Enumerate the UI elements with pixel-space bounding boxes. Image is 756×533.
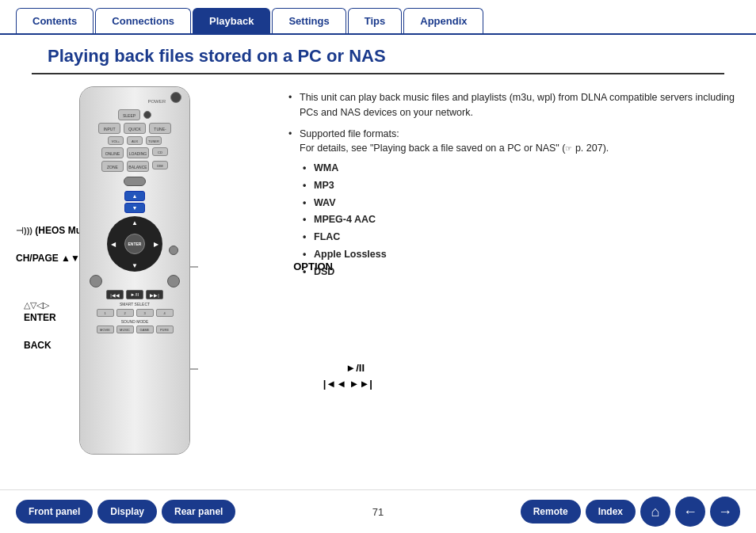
tuner-button[interactable]: TUNER bbox=[146, 136, 162, 145]
movie-button[interactable]: MOVIE bbox=[97, 326, 114, 333]
nav-up-button[interactable]: ▲ bbox=[130, 218, 139, 227]
online-button[interactable]: ONLINE bbox=[101, 147, 124, 158]
aux-button[interactable]: AUX bbox=[127, 136, 143, 145]
format-list: WMA MP3 WAV MPEG-4 AAC FLAC Apple Lossle… bbox=[300, 161, 740, 279]
skip-fwd-button[interactable]: ▶▶| bbox=[146, 290, 163, 299]
info-bullet-1: This unit can play back music files and … bbox=[285, 90, 740, 120]
nav-down-button[interactable]: ▼ bbox=[130, 261, 139, 270]
tab-contents[interactable]: Contents bbox=[16, 8, 94, 33]
play-pause-button[interactable]: ►/II bbox=[126, 290, 143, 299]
remote-body: POWER SLEEP INPUT QUICK TUNE- bbox=[79, 86, 190, 455]
info-bullet-2: Supported file formats: For details, see… bbox=[285, 127, 740, 280]
multi4-button[interactable]: 4 bbox=[156, 309, 174, 317]
tab-connections[interactable]: Connections bbox=[95, 8, 191, 33]
sound-btns-row: MOVIE MUSIC GAME PURE bbox=[85, 326, 185, 333]
format-mpeg4aac: MPEG-4 AAC bbox=[300, 212, 740, 227]
enter-arrows-label: △▽◁▷ bbox=[24, 300, 49, 310]
page-number: 71 bbox=[240, 506, 515, 518]
forward-nav-button[interactable]: → bbox=[710, 497, 740, 527]
cd-button[interactable]: CD bbox=[152, 147, 168, 156]
vol-up-button[interactable]: VOL+ bbox=[108, 136, 124, 145]
quick-button[interactable]: QUICK bbox=[124, 123, 146, 134]
display-button[interactable]: Display bbox=[97, 500, 157, 523]
btn-row-1: INPUT QUICK TUNE- bbox=[85, 123, 185, 134]
format-flac: FLAC bbox=[300, 230, 740, 245]
remote-top: POWER bbox=[80, 87, 189, 107]
remote-button[interactable]: Remote bbox=[521, 500, 581, 523]
input-button[interactable]: INPUT bbox=[98, 123, 120, 134]
bullet2-ref: p. 207). bbox=[572, 143, 609, 154]
format-wma: WMA bbox=[300, 161, 740, 176]
format-dsd: DSD bbox=[300, 265, 740, 280]
remote-wrap: ⊣))) (HEOS Music) CH/PAGE ▲▼ △▽◁▷ ENTER … bbox=[16, 86, 269, 459]
format-apple-lossless: Apple Lossless bbox=[300, 247, 740, 262]
chpage-up-button[interactable]: ▲ bbox=[124, 191, 145, 201]
tab-appendix[interactable]: Appendix bbox=[403, 8, 483, 33]
remote-section: ⊣))) (HEOS Music) CH/PAGE ▲▼ △▽◁▷ ENTER … bbox=[16, 86, 269, 459]
enter-label: ENTER bbox=[24, 312, 56, 323]
back-label: BACK bbox=[24, 340, 52, 351]
balance-button[interactable]: BALANCE bbox=[127, 161, 149, 172]
tab-tips[interactable]: Tips bbox=[348, 8, 403, 33]
pure-button[interactable]: PURE bbox=[156, 326, 174, 333]
mute-button[interactable] bbox=[143, 111, 151, 119]
bottom-navigation: Front panel Display Rear panel 71 Remote… bbox=[0, 489, 756, 533]
bullet2-intro: Supported file formats: bbox=[300, 128, 399, 139]
nav-left-button[interactable]: ◀ bbox=[109, 239, 118, 249]
music-button[interactable]: MUSIC bbox=[116, 326, 134, 333]
nav-right-button[interactable]: ▶ bbox=[151, 239, 161, 249]
nav-cross: ▲ ▼ ◀ ▶ ENTER bbox=[107, 216, 162, 272]
rear-panel-button[interactable]: Rear panel bbox=[162, 500, 235, 523]
back-setup-row bbox=[90, 275, 180, 287]
back-nav-button[interactable]: ← bbox=[675, 497, 705, 527]
power-button[interactable] bbox=[170, 92, 181, 103]
main-content: ⊣))) (HEOS Music) CH/PAGE ▲▼ △▽◁▷ ENTER … bbox=[0, 74, 756, 470]
remote-inner: POWER SLEEP INPUT QUICK TUNE- bbox=[80, 87, 189, 454]
game-button[interactable]: GAME bbox=[136, 326, 154, 333]
info-list: This unit can play back music files and … bbox=[285, 90, 740, 279]
bullet2-detail: For details, see "Playing back a file sa… bbox=[300, 143, 565, 154]
multi2-button[interactable]: 2 bbox=[116, 309, 134, 317]
zone-button[interactable]: ZONE bbox=[101, 161, 124, 172]
btn-row-3: ONLINE LOADING CD bbox=[85, 147, 185, 158]
chpage-label: CH/PAGE ▲▼ bbox=[16, 253, 80, 264]
option-button[interactable] bbox=[169, 246, 178, 255]
skip-label: |◄◄ ►►| bbox=[323, 378, 372, 390]
tab-playback[interactable]: Playback bbox=[193, 8, 270, 33]
setup-button[interactable] bbox=[167, 275, 180, 287]
chpage-down-button[interactable]: ▼ bbox=[124, 203, 145, 213]
enter-text: ENTER bbox=[128, 242, 142, 246]
home-button[interactable]: ⌂ bbox=[640, 497, 670, 527]
back-button[interactable] bbox=[90, 275, 102, 287]
index-button[interactable]: Index bbox=[586, 500, 636, 523]
enter-button[interactable]: ENTER bbox=[124, 234, 145, 254]
info-section: This unit can play back music files and … bbox=[285, 86, 740, 459]
format-wav: WAV bbox=[300, 196, 740, 211]
sleep-row: SLEEP bbox=[85, 109, 185, 120]
heos-button[interactable] bbox=[124, 177, 146, 186]
btn-row-2: VOL+ AUX TUNER bbox=[85, 136, 185, 145]
dim-button[interactable]: DIM bbox=[152, 161, 168, 169]
fav-button[interactable]: TUNE- bbox=[149, 123, 171, 134]
loading-button[interactable]: LOADING bbox=[127, 147, 149, 158]
front-panel-button[interactable]: Front panel bbox=[16, 500, 93, 523]
page-title: Playing back files stored on a PC or NAS bbox=[32, 35, 724, 74]
zone-row: ZONE BALANCE DIM bbox=[85, 161, 185, 172]
sleep-button[interactable]: SLEEP bbox=[118, 109, 140, 120]
sound-mode-label: SOUND MODE bbox=[82, 319, 188, 324]
playback-label: ►/II bbox=[346, 362, 365, 374]
smart-select-label: SMART SELECT bbox=[82, 302, 188, 306]
tab-settings[interactable]: Settings bbox=[272, 8, 346, 33]
skip-back-button[interactable]: |◀◀ bbox=[106, 290, 124, 299]
multi3-button[interactable]: 3 bbox=[136, 309, 154, 317]
multi1-button[interactable]: 1 bbox=[97, 309, 114, 317]
format-mp3: MP3 bbox=[300, 178, 740, 193]
multi-row: 1 2 3 4 bbox=[85, 309, 185, 317]
playback-row: |◀◀ ►/II ▶▶| bbox=[85, 290, 185, 299]
top-navigation: Contents Connections Playback Settings T… bbox=[0, 8, 756, 35]
